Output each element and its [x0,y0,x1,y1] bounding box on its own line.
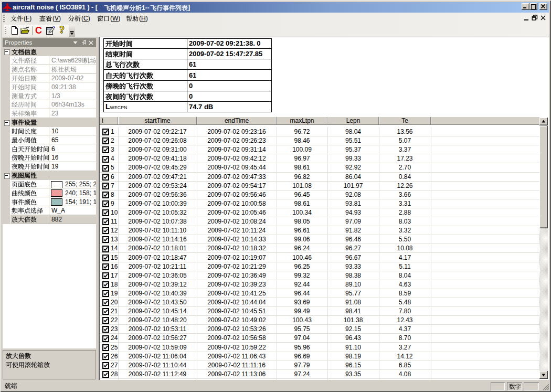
svg-text:?: ? [60,26,65,35]
